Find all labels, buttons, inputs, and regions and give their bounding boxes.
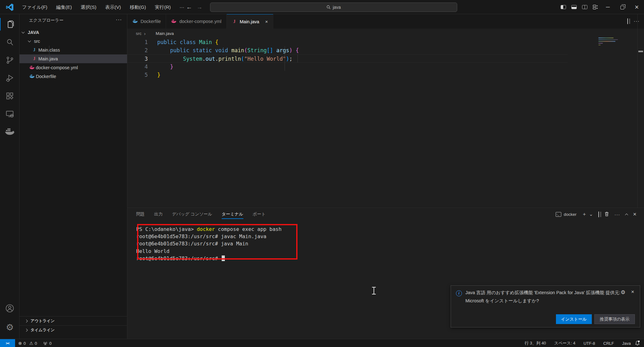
code-editor[interactable]: 1public class Main {2 public static void… xyxy=(127,38,568,79)
menu-item-2[interactable]: 選択(S) xyxy=(76,3,101,12)
new-terminal-icon[interactable]: ＋ xyxy=(582,211,587,218)
line-number: 1 xyxy=(127,38,148,46)
explorer-icon[interactable] xyxy=(0,16,19,32)
accounts-icon[interactable] xyxy=(0,300,19,316)
status-item-0[interactable]: 行 3、列 40 xyxy=(525,340,546,346)
status-item-4[interactable]: Java xyxy=(622,341,631,346)
panel-tab-bar: 問題出力デバッグ コンソールターミナルポート xyxy=(136,208,266,221)
run-debug-icon[interactable] xyxy=(0,70,19,86)
code-line-4[interactable]: 4 } xyxy=(127,63,568,71)
terminal-dropdown-icon[interactable]: ⌄ xyxy=(589,211,593,217)
radio-tower-icon xyxy=(43,341,48,345)
ports-status[interactable]: 0 xyxy=(43,341,52,346)
status-item-3[interactable]: CRLF xyxy=(603,341,614,346)
code-line-2[interactable]: 2 public static void main(String[] args)… xyxy=(127,46,568,54)
notification-close-icon[interactable]: × xyxy=(631,289,634,295)
source-control-icon[interactable] xyxy=(0,52,19,68)
panel-tab-ターミナル[interactable]: ターミナル xyxy=(222,208,243,221)
scrollbar-marker xyxy=(638,51,643,52)
minimize-button[interactable]: ─ xyxy=(601,0,615,14)
editor-group: Dockerfiledocker-compose.ymlJMain.java× … xyxy=(127,14,644,208)
terminal-process-label[interactable]: docker xyxy=(564,212,577,217)
panel-tab-出力[interactable]: 出力 xyxy=(154,208,163,221)
close-panel-icon[interactable]: × xyxy=(633,211,636,218)
forward-arrow-icon[interactable]: → xyxy=(197,4,203,11)
toggle-panel-icon[interactable] xyxy=(569,0,579,14)
close-tab-icon[interactable]: × xyxy=(265,19,268,24)
line-number: 5 xyxy=(127,71,148,79)
editor-more-actions-icon[interactable]: ··· xyxy=(634,19,640,24)
tree-item-Main.class[interactable]: JMain.class xyxy=(19,46,127,54)
outline-section[interactable]: アウトライン xyxy=(19,316,127,325)
extensions-icon[interactable] xyxy=(0,88,19,104)
notification-message: Java 言語 用のおすすめ拡張機能 'Extension Pack for J… xyxy=(465,288,623,305)
docker-icon[interactable] xyxy=(0,124,19,140)
settings-gear-icon[interactable]: ⚙ xyxy=(0,319,19,335)
vscode-window: ファイル(F)編集(E)選択(S)表示(V)移動(G)実行(R)··· ← → … xyxy=(0,0,644,347)
minimap[interactable] xyxy=(598,37,617,46)
activity-bar: ⚙ xyxy=(0,14,19,339)
line-number: 2 xyxy=(127,46,148,54)
terminal-output[interactable]: PS C:\odaneko\java> docker compose exec … xyxy=(136,226,281,262)
notification-settings-icon[interactable]: ⚙ xyxy=(621,289,625,296)
menu-item-1[interactable]: 編集(E) xyxy=(52,3,76,12)
back-arrow-icon[interactable]: ← xyxy=(186,4,192,11)
menu-bar: ファイル(F)編集(E)選択(S)表示(V)移動(G)実行(R)··· xyxy=(18,0,189,14)
panel-more-actions-icon[interactable]: ··· xyxy=(614,212,620,217)
code-line-1[interactable]: 1public class Main { xyxy=(127,38,568,46)
timeline-section[interactable]: タイムライン xyxy=(19,325,127,334)
code-line-5[interactable]: 5} xyxy=(127,71,568,79)
panel-tab-問題[interactable]: 問題 xyxy=(136,208,145,221)
file-tree: JAVAsrcJMain.classJMain.javadocker-compo… xyxy=(19,28,127,81)
close-window-button[interactable]: × xyxy=(630,0,644,14)
menu-item-4[interactable]: 移動(G) xyxy=(125,3,151,12)
kill-terminal-icon[interactable] xyxy=(604,211,609,217)
problems-status[interactable]: ⊗0 ⚠0 xyxy=(18,341,37,346)
panel-tab-デバッグ コンソール[interactable]: デバッグ コンソール xyxy=(172,208,212,221)
split-editor-icon[interactable] xyxy=(627,19,628,24)
notification-buttons: インストール推奨事項の表示 xyxy=(556,314,635,324)
status-item-2[interactable]: UTF-8 xyxy=(584,341,595,346)
command-center-search[interactable]: java xyxy=(210,3,457,12)
title-bar: ファイル(F)編集(E)選択(S)表示(V)移動(G)実行(R)··· ← → … xyxy=(0,0,644,14)
tree-item-src[interactable]: src xyxy=(19,37,127,46)
install-button[interactable]: インストール xyxy=(556,314,592,324)
panel-tab-ポート[interactable]: ポート xyxy=(253,208,266,221)
menu-item-5[interactable]: 実行(R) xyxy=(150,3,175,12)
toggle-sidebar-icon[interactable] xyxy=(558,0,569,14)
tree-item-Dockerfile[interactable]: Dockerfile xyxy=(19,72,127,81)
restore-button[interactable] xyxy=(615,0,630,14)
tab-Main.java[interactable]: JMain.java× xyxy=(227,14,273,29)
search-sidebar-icon[interactable] xyxy=(0,34,19,50)
split-terminal-icon[interactable] xyxy=(598,212,599,217)
indent-guide xyxy=(285,46,285,71)
indent-guide xyxy=(297,54,298,63)
tree-item-docker-compose.yml[interactable]: docker-compose.yml xyxy=(19,63,127,72)
show-recommendations-button[interactable]: 推奨事項の表示 xyxy=(594,314,635,324)
tree-item-JAVA[interactable]: JAVA xyxy=(19,28,127,37)
sidebar-more-icon[interactable]: ··· xyxy=(116,17,122,23)
bell-icon[interactable] xyxy=(635,340,640,346)
customize-layout-icon[interactable] xyxy=(590,0,601,14)
remote-explorer-icon[interactable] xyxy=(0,106,19,122)
sidebar-title: エクスプローラー xyxy=(29,18,64,23)
annotation-red-box xyxy=(137,224,297,260)
editor-scrollbar[interactable] xyxy=(637,14,638,208)
code-line-3[interactable]: 3 System.out.println("Hello World"); xyxy=(127,54,568,63)
menu-item-0[interactable]: ファイル(F) xyxy=(18,3,52,12)
remote-indicator[interactable]: >< xyxy=(0,339,15,347)
tab-docker-compose.yml[interactable]: docker-compose.yml xyxy=(166,14,227,29)
search-value: java xyxy=(333,5,341,10)
toggle-secondary-sidebar-icon[interactable] xyxy=(579,0,590,14)
status-bar-right: 行 3、列 40スペース: 4UTF-8CRLFJava xyxy=(525,339,631,347)
search-icon xyxy=(326,5,331,9)
text-cursor-pointer xyxy=(372,287,376,295)
tree-indent-guide xyxy=(49,46,49,63)
menu-item-3[interactable]: 表示(V) xyxy=(101,3,125,12)
maximize-panel-icon[interactable] xyxy=(625,212,628,217)
breadcrumb[interactable]: src › Main.java xyxy=(136,29,174,38)
tab-Dockerfile[interactable]: Dockerfile xyxy=(127,14,166,29)
status-bar: >< ⊗0 ⚠0 0 行 3、列 40スペース: 4UTF-8CRLFJava xyxy=(0,339,644,347)
tree-item-Main.java[interactable]: JMain.java xyxy=(19,54,127,63)
status-item-1[interactable]: スペース: 4 xyxy=(554,340,575,346)
